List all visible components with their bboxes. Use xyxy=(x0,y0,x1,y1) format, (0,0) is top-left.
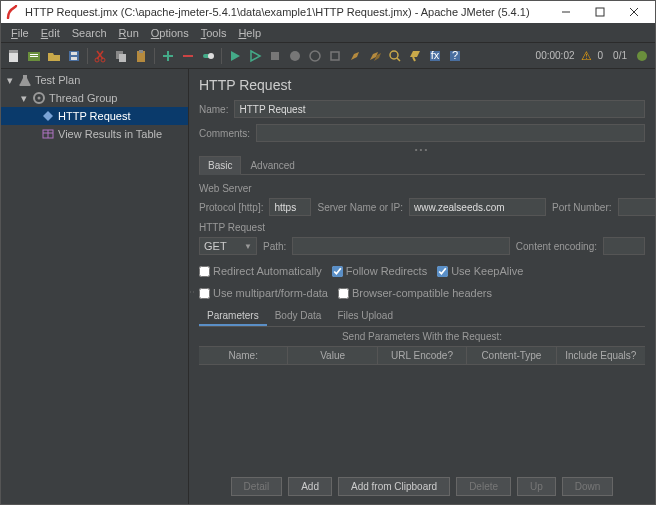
window-title: HTTP Request.jmx (C:\apache-jmeter-5.4.1… xyxy=(25,6,549,18)
add-button[interactable]: Add xyxy=(288,477,332,496)
svg-rect-1 xyxy=(596,8,604,16)
check-browser-headers[interactable]: Browser-compatible headers xyxy=(338,287,492,299)
svg-point-36 xyxy=(637,51,647,61)
separator xyxy=(221,48,222,64)
svg-point-24 xyxy=(208,53,214,59)
path-input[interactable] xyxy=(292,237,509,255)
check-multipart[interactable]: Use multipart/form-data xyxy=(199,287,328,299)
shutdown-icon[interactable] xyxy=(286,47,304,65)
gear-icon xyxy=(32,91,46,105)
subtab-body-data[interactable]: Body Data xyxy=(267,307,330,326)
parameters-table-body[interactable] xyxy=(199,365,645,469)
server-input[interactable] xyxy=(409,198,546,216)
col-url-encode[interactable]: URL Encode? xyxy=(378,347,467,364)
col-value[interactable]: Value xyxy=(288,347,377,364)
comments-label: Comments: xyxy=(199,128,250,139)
tree-label: View Results in Table xyxy=(58,128,162,140)
main-split: ▾ Test Plan ▾ Thread Group HTTP Request … xyxy=(1,69,655,504)
method-select[interactable]: GET ▼ xyxy=(199,237,257,255)
remote-start-icon[interactable] xyxy=(306,47,324,65)
tree-thread-group[interactable]: ▾ Thread Group xyxy=(1,89,188,107)
col-name[interactable]: Name: xyxy=(199,347,288,364)
start-icon[interactable] xyxy=(226,47,244,65)
collapse-icon[interactable] xyxy=(179,47,197,65)
sampler-icon xyxy=(41,109,55,123)
tree-label: HTTP Request xyxy=(58,110,131,122)
menu-run[interactable]: Run xyxy=(113,25,145,41)
delete-button[interactable]: Delete xyxy=(456,477,511,496)
test-plan-tree[interactable]: ▾ Test Plan ▾ Thread Group HTTP Request … xyxy=(1,69,189,504)
clear-icon[interactable] xyxy=(346,47,364,65)
toggle-icon[interactable] xyxy=(199,47,217,65)
stop-icon[interactable] xyxy=(266,47,284,65)
down-button[interactable]: Down xyxy=(562,477,614,496)
save-icon[interactable] xyxy=(65,47,83,65)
subtab-parameters[interactable]: Parameters xyxy=(199,307,267,326)
paste-icon[interactable] xyxy=(132,47,150,65)
menu-edit[interactable]: Edit xyxy=(35,25,66,41)
svg-point-38 xyxy=(38,97,41,100)
menu-help[interactable]: Help xyxy=(232,25,267,41)
splitter-grip[interactable]: ⋮ xyxy=(189,287,196,297)
menu-search[interactable]: Search xyxy=(66,25,113,41)
protocol-input[interactable] xyxy=(269,198,311,216)
name-input[interactable] xyxy=(234,100,645,118)
table-caption: Send Parameters With the Request: xyxy=(189,327,655,346)
warning-icon[interactable]: ⚠ xyxy=(581,49,592,63)
menu-file[interactable]: File xyxy=(5,25,35,41)
subtab-files-upload[interactable]: Files Upload xyxy=(329,307,401,326)
menu-tools[interactable]: Tools xyxy=(195,25,233,41)
port-input[interactable] xyxy=(618,198,655,216)
expand-icon[interactable] xyxy=(159,47,177,65)
open-icon[interactable] xyxy=(45,47,63,65)
clear-all-icon[interactable] xyxy=(366,47,384,65)
tab-basic[interactable]: Basic xyxy=(199,156,241,175)
search-tree-icon[interactable] xyxy=(386,47,404,65)
svg-rect-8 xyxy=(30,56,38,57)
col-include-equals[interactable]: Include Equals? xyxy=(557,347,645,364)
titlebar: HTTP Request.jmx (C:\apache-jmeter-5.4.1… xyxy=(1,1,655,23)
up-button[interactable]: Up xyxy=(517,477,556,496)
tab-advanced[interactable]: Advanced xyxy=(241,156,303,175)
check-redirect-auto[interactable]: Redirect Automatically xyxy=(199,265,322,277)
encoding-input[interactable] xyxy=(603,237,645,255)
col-content-type[interactable]: Content-Type xyxy=(467,347,556,364)
start-no-pause-icon[interactable] xyxy=(246,47,264,65)
resize-grip[interactable]: ••• xyxy=(189,145,655,153)
name-label: Name: xyxy=(199,104,228,115)
templates-icon[interactable] xyxy=(25,47,43,65)
svg-rect-11 xyxy=(71,57,77,60)
new-icon[interactable] xyxy=(5,47,23,65)
run-status-icon xyxy=(633,47,651,65)
protocol-label: Protocol [http]: xyxy=(199,202,263,213)
svg-text:?: ? xyxy=(452,49,458,61)
detail-button[interactable]: Detail xyxy=(231,477,283,496)
add-clipboard-button[interactable]: Add from Clipboard xyxy=(338,477,450,496)
svg-line-30 xyxy=(397,58,400,61)
minimize-button[interactable] xyxy=(549,1,583,23)
menubar: File Edit Search Run Options Tools Help xyxy=(1,23,655,43)
function-helper-icon[interactable]: fx xyxy=(426,47,444,65)
chevron-down-icon[interactable]: ▾ xyxy=(5,74,15,87)
run-timer: 00:00:02 xyxy=(536,50,575,61)
help-icon[interactable]: ? xyxy=(446,47,464,65)
cut-icon[interactable] xyxy=(92,47,110,65)
tree-view-results[interactable]: View Results in Table xyxy=(1,125,188,143)
reset-search-icon[interactable] xyxy=(406,47,424,65)
close-button[interactable] xyxy=(617,1,651,23)
maximize-button[interactable] xyxy=(583,1,617,23)
remote-stop-icon[interactable] xyxy=(326,47,344,65)
thread-count: 0/1 xyxy=(613,50,627,61)
comments-input[interactable] xyxy=(256,124,645,142)
tree-test-plan[interactable]: ▾ Test Plan xyxy=(1,71,188,89)
copy-icon[interactable] xyxy=(112,47,130,65)
check-keepalive[interactable]: Use KeepAlive xyxy=(437,265,523,277)
chevron-down-icon[interactable]: ▾ xyxy=(19,92,29,105)
tree-label: Test Plan xyxy=(35,74,80,86)
check-follow-redirects[interactable]: Follow Redirects xyxy=(332,265,427,277)
svg-point-26 xyxy=(290,51,300,61)
menu-options[interactable]: Options xyxy=(145,25,195,41)
encoding-label: Content encoding: xyxy=(516,241,597,252)
tree-http-request[interactable]: HTTP Request xyxy=(1,107,188,125)
table-buttons: Detail Add Add from Clipboard Delete Up … xyxy=(189,469,655,504)
